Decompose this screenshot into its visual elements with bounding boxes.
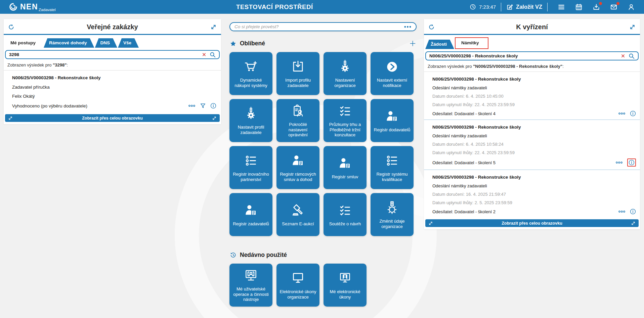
tile-me-elektronicke-ukony[interactable]: Mé elektronické úkony (324, 264, 367, 307)
tile-seznam-e-aukci[interactable]: Seznam E-aukcí (276, 193, 319, 236)
contract-detail-line: Zadavatel příručka (12, 85, 216, 90)
org-gear-icon (337, 59, 353, 75)
tile-dynamicke-nakupni-systemy[interactable]: Dynamické nákupní systémy (229, 52, 272, 95)
objection-result-item[interactable]: N006/25/V00003298 - Rekonstrukce školyOd… (424, 170, 640, 218)
calendar-icon (575, 3, 583, 11)
environment-title: TESTOVACÍ PROSTŘEDÍ (236, 0, 313, 14)
brand[interactable]: NEN Zadavatel (0, 2, 56, 11)
tile-label: Průzkumy trhu a Předběžné tržní konzulta… (327, 122, 363, 138)
tile-pokrocile-nastaveni-opravneni[interactable]: Pokročilé nastavení oprávnění (276, 99, 319, 142)
tile-registr-inovacniho-partnerstvi[interactable]: Registr inovačního partnerství (229, 146, 272, 189)
more-actions-icon[interactable] (404, 26, 412, 28)
tile-label: Registr rámcových smluv a dohod (280, 172, 316, 182)
tile-nastavit-externi-notifikace[interactable]: Nastavit externí notifikace (371, 52, 414, 95)
contracts-results: N006/25/V00003298 - Rekonstrukce školyZa… (4, 71, 221, 112)
tile-nastavit-profil-zadavatele[interactable]: Nastavit profil zadavatele (229, 99, 272, 142)
objection-action: Odeslání námitky zadavateli (432, 85, 636, 90)
contracts-searchbox (5, 50, 220, 59)
info-button[interactable] (210, 103, 216, 109)
tile-label: Nastavit profil zadavatele (232, 125, 269, 135)
tile-label: Elektronické úkony organizace (280, 289, 316, 300)
import-icon (290, 59, 306, 75)
tab-dns[interactable]: DNS (95, 38, 118, 48)
tile-label: Mé elektronické úkony (327, 289, 363, 300)
tile-nastaveni-organizace[interactable]: Nastavení organizace (324, 52, 367, 95)
expand-icon (212, 116, 217, 121)
downloads-button[interactable] (588, 3, 605, 11)
objection-result-item[interactable]: N006/25/V00003298 - Rekonstrukce školyOd… (424, 72, 640, 120)
expand-icon (8, 116, 13, 121)
tile-label: Registr dodavatelů (374, 127, 410, 133)
to-resolve-tabs: ŽádostiNámitky (424, 35, 640, 49)
search-button[interactable] (210, 52, 216, 58)
tile-pruzkumy-trhu-a-predbezne-trzni-konzultace[interactable]: Průzkumy trhu a Předběžné tržní konzulta… (324, 99, 367, 142)
info-button[interactable] (629, 160, 635, 166)
tile-registr-zadavatelu[interactable]: Registr zadavatelů (229, 193, 272, 236)
contract-result-item[interactable]: N006/25/V00003298 - Rekonstrukce školyZa… (4, 71, 221, 112)
info-button[interactable] (630, 110, 636, 117)
expand-panel-button[interactable] (210, 24, 217, 30)
more-options-button[interactable] (618, 210, 626, 213)
tile-elektronicke-ukony-organizace[interactable]: Elektronické úkony organizace (276, 264, 319, 307)
command-input[interactable] (234, 24, 404, 29)
search-button[interactable] (629, 53, 635, 59)
tile-registr-smluv[interactable]: Registr smluv (324, 146, 367, 189)
to-resolve-search-input[interactable] (429, 53, 617, 58)
tile-registr-dodavatelu[interactable]: Registr dodavatelů (371, 99, 414, 142)
contracts-tabs: Mé postupyRámcové dohodyDNSVše (4, 35, 221, 48)
tile-me-uzivatelske-operace-a-cinnosti-nastroje[interactable]: Mé uživatelské operace a činnosti nástro… (229, 264, 272, 307)
panel-title: Veřejné zakázky (14, 23, 210, 31)
edit-icon (506, 4, 513, 10)
refresh-icon (428, 24, 435, 30)
tile-zmenit-udaje-organizace[interactable]: Změnit údaje organizace (371, 193, 414, 236)
tab-vse[interactable]: Vše (118, 38, 139, 48)
calendar-button[interactable] (570, 3, 588, 11)
chevron-circle-icon (384, 59, 400, 75)
clear-search-button[interactable] (621, 54, 625, 58)
menu-button[interactable] (553, 3, 570, 11)
tile-label: Nastavení organizace (327, 78, 363, 88)
person-doc-icon (384, 109, 400, 124)
create-vz-button[interactable]: Založit VZ (506, 4, 542, 10)
refresh-button[interactable] (428, 24, 435, 30)
search-icon (210, 52, 216, 58)
profile-button[interactable] (622, 3, 640, 11)
more-options-button[interactable] (188, 104, 196, 107)
tile-label: Registr zadavatelů (233, 221, 269, 227)
to-resolve-results: N006/25/V00003298 - Rekonstrukce školyOd… (424, 72, 640, 218)
bullet-list-icon (243, 153, 259, 169)
contract-status-row: Vyhodnoceno (po výběru dodavatele) (12, 103, 216, 109)
tile-souteze-o-navrh[interactable]: Soutěže o návrh (324, 193, 367, 236)
info-button[interactable] (630, 209, 636, 215)
tab-zadosti[interactable]: Žádosti (425, 40, 454, 49)
tile-import-profilu-zadavatele[interactable]: Import profilu zadavatele (276, 52, 319, 95)
sender-row: Odesílatel: Dodavatel - školení 4 (432, 110, 636, 117)
ellipsis-icon (188, 104, 196, 107)
expand-panel-button[interactable] (629, 24, 636, 30)
contracts-search-input[interactable] (9, 52, 199, 57)
more-options-button[interactable] (618, 112, 626, 115)
messages-button[interactable] (605, 3, 622, 11)
sender: Odesílatel: Dodavatel - školení 5 (432, 160, 496, 165)
objection-result-item[interactable]: N006/25/V00003298 - Rekonstrukce školyOd… (424, 120, 640, 170)
tab-ramcove-dohody[interactable]: Rámcové dohody (44, 38, 94, 48)
more-options-button[interactable] (615, 161, 623, 164)
info-icon (629, 160, 635, 166)
sender: Odesílatel: Dodavatel - školení 2 (432, 209, 496, 214)
tab-me-postupy[interactable]: Mé postupy (5, 38, 43, 48)
panel-header: Veřejné zakázky (4, 19, 221, 35)
to-resolve-fullscreen-button[interactable]: Zobrazit přes celou obrazovku (425, 219, 639, 227)
tile-registr-systemu-kvalifikace[interactable]: Registr systému kvalifikace (371, 146, 414, 189)
add-favorite-button[interactable] (410, 40, 416, 47)
plus-icon (410, 40, 416, 47)
divider (501, 3, 501, 11)
objection-title: N006/25/V00003298 - Rekonstrukce školy (432, 77, 636, 82)
tab-namitky[interactable]: Námitky (456, 38, 486, 48)
clear-search-button[interactable] (202, 52, 206, 57)
item-actions (188, 103, 216, 109)
refresh-button[interactable] (8, 24, 14, 30)
tile-registr-ramcovych-smluv-a-dohod[interactable]: Registr rámcových smluv a dohod (276, 146, 319, 189)
ellipsis-icon (618, 210, 626, 213)
filter-button[interactable] (200, 103, 206, 109)
contracts-fullscreen-button[interactable]: Zobrazit přes celou obrazovku (5, 114, 220, 122)
